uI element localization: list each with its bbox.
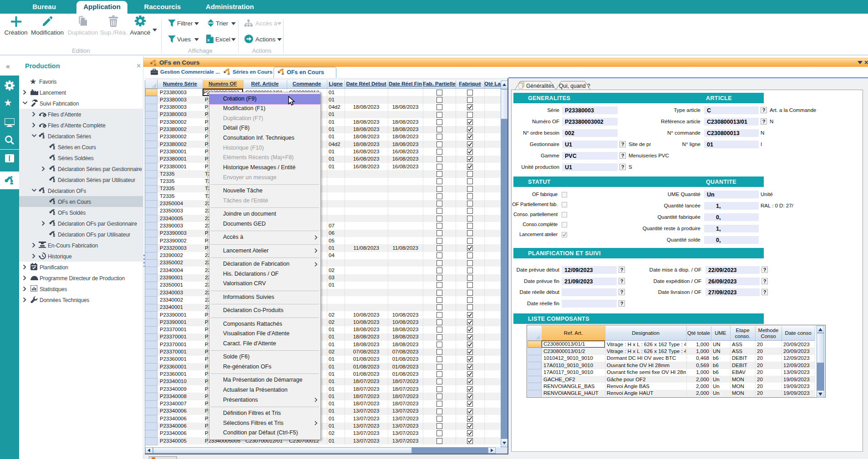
svg-text:x: x bbox=[207, 37, 210, 42]
